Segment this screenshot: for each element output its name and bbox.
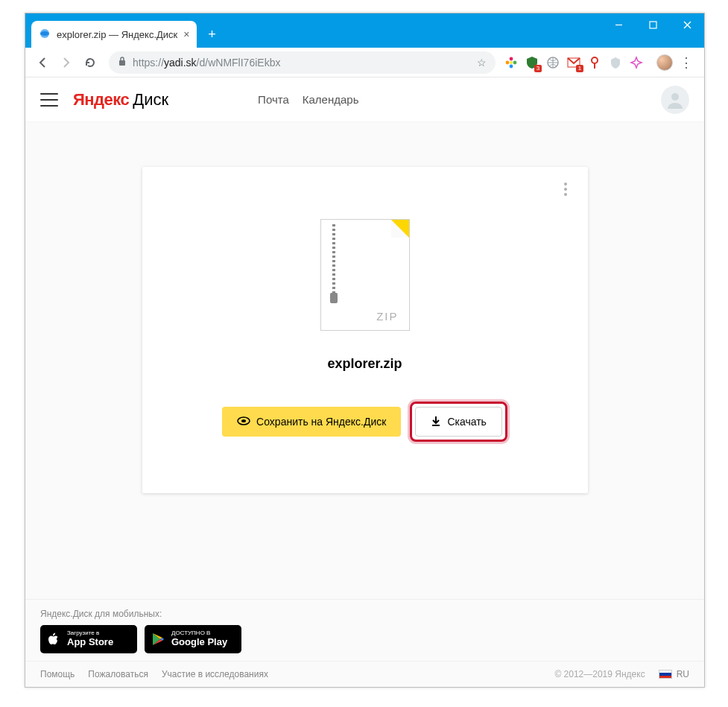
- footer-links: Помощь Пожаловаться Участие в исследован…: [25, 661, 704, 687]
- url-proto: https://: [133, 57, 164, 69]
- gplay-line2: Google Play: [171, 637, 227, 647]
- extension-spark-icon[interactable]: [628, 54, 645, 71]
- bookmark-star-icon[interactable]: ☆: [477, 57, 487, 69]
- yandex-nav: Почта Календарь: [258, 93, 358, 106]
- svg-point-1: [40, 31, 49, 36]
- extension-privacy-icon[interactable]: [607, 54, 624, 71]
- svg-rect-3: [650, 22, 656, 28]
- download-icon: [431, 416, 441, 428]
- footer-link-report[interactable]: Пожаловаться: [88, 669, 148, 679]
- window-controls: [601, 13, 704, 36]
- download-button-label: Скачать: [447, 416, 487, 428]
- logo-yandex: Яндекс: [73, 90, 129, 110]
- appstore-badge[interactable]: Загрузите в App Store: [40, 625, 137, 653]
- googleplay-icon: [151, 633, 165, 646]
- extension-pin-icon[interactable]: [586, 54, 603, 71]
- extension-gmail-icon[interactable]: 1: [566, 54, 582, 71]
- extension-adblock-icon[interactable]: 3: [524, 54, 540, 71]
- address-bar[interactable]: https://yadi.sk/d/wNMFlI76iEkbx ☆: [109, 51, 496, 74]
- close-tab-icon[interactable]: ×: [183, 28, 189, 40]
- footer-link-help[interactable]: Помощь: [40, 669, 75, 679]
- logo-disk: Диск: [133, 90, 168, 110]
- browser-menu-icon[interactable]: ⋮: [677, 54, 695, 71]
- extension-gmail-badge: 1: [576, 65, 583, 72]
- back-button[interactable]: [31, 51, 54, 74]
- profile-avatar[interactable]: [656, 54, 673, 71]
- nav-link-mail[interactable]: Почта: [258, 93, 289, 106]
- close-window-button[interactable]: [670, 13, 704, 36]
- save-to-disk-button[interactable]: Сохранить на Яндекс.Диск: [222, 407, 401, 437]
- lock-icon: [118, 56, 127, 69]
- forward-button[interactable]: [55, 51, 77, 74]
- footer-link-research[interactable]: Участие в исследованиях: [162, 669, 268, 679]
- extension-adblock-badge: 3: [534, 65, 542, 72]
- extension-gap: [649, 54, 652, 71]
- store-badges: Загрузите в App Store ДОСТУПНО В Google …: [40, 625, 689, 653]
- omnibar: https://yadi.sk/d/wNMFlI76iEkbx ☆ 3 1: [25, 48, 704, 77]
- file-card: ZIP explorer.zip Сохранить на Яндекс.Дис…: [142, 167, 588, 493]
- url-domain: yadi.sk: [164, 57, 197, 69]
- button-row: Сохранить на Яндекс.Диск Скачать: [222, 402, 507, 442]
- extension-flower-icon[interactable]: [503, 54, 519, 71]
- download-button[interactable]: Скачать: [415, 407, 502, 437]
- svg-point-10: [510, 64, 513, 68]
- ru-flag-icon: [659, 670, 672, 679]
- file-type-label: ZIP: [376, 310, 398, 323]
- svg-point-11: [506, 60, 510, 64]
- new-tab-button[interactable]: +: [200, 22, 224, 46]
- svg-point-14: [592, 57, 598, 63]
- save-button-label: Сохранить на Яндекс.Диск: [256, 416, 386, 428]
- footer-copyright: © 2012—2019 Яндекс: [554, 669, 645, 679]
- appstore-line2: App Store: [67, 637, 113, 647]
- googleplay-badge[interactable]: ДОСТУПНО В Google Play: [145, 625, 241, 653]
- url-path: /d/wNMFlI76iEkbx: [197, 57, 281, 69]
- account-icon[interactable]: [661, 86, 689, 114]
- mobile-heading: Яндекс.Диск для мобильных:: [40, 609, 689, 619]
- maximize-button[interactable]: [636, 13, 670, 36]
- yandex-header: Яндекс Диск Почта Календарь: [25, 77, 704, 122]
- disk-icon: [237, 416, 250, 428]
- svg-point-9: [513, 60, 517, 64]
- menu-burger-icon[interactable]: [40, 93, 58, 107]
- url-text: https://yadi.sk/d/wNMFlI76iEkbx: [133, 57, 471, 69]
- svg-point-8: [510, 57, 513, 60]
- footer: Яндекс.Диск для мобильных: Загрузите в A…: [25, 599, 704, 687]
- yandex-disk-logo[interactable]: Яндекс Диск: [73, 90, 168, 110]
- file-area: ZIP explorer.zip Сохранить на Яндекс.Дис…: [25, 122, 704, 599]
- extensions-row: 3 1 ⋮: [503, 54, 698, 71]
- download-highlight: Скачать: [410, 402, 507, 442]
- card-menu-icon[interactable]: [557, 180, 575, 198]
- nav-link-calendar[interactable]: Календарь: [303, 93, 359, 106]
- tab-title: explorer.zip — Яндекс.Диск: [57, 29, 177, 40]
- reload-button[interactable]: [79, 51, 101, 74]
- browser-tab[interactable]: explorer.zip — Яндекс.Диск ×: [31, 21, 197, 48]
- svg-rect-6: [119, 60, 125, 66]
- site-icon: [39, 28, 51, 42]
- language-switcher[interactable]: RU: [659, 669, 689, 679]
- svg-point-7: [510, 61, 513, 64]
- svg-point-16: [671, 93, 679, 101]
- apple-icon: [46, 633, 61, 646]
- language-label: RU: [677, 669, 689, 679]
- file-name: explorer.zip: [327, 356, 402, 372]
- mobile-apps-row: Яндекс.Диск для мобильных: Загрузите в A…: [25, 600, 704, 661]
- zip-file-icon: ZIP: [320, 219, 410, 331]
- page-content: Яндекс Диск Почта Календарь ZIP: [25, 77, 704, 687]
- minimize-button[interactable]: [601, 13, 636, 36]
- svg-point-18: [241, 419, 246, 422]
- browser-window: explorer.zip — Яндекс.Диск × +: [25, 13, 705, 688]
- extension-translate-icon[interactable]: [545, 54, 561, 71]
- titlebar: explorer.zip — Яндекс.Диск × +: [25, 13, 704, 48]
